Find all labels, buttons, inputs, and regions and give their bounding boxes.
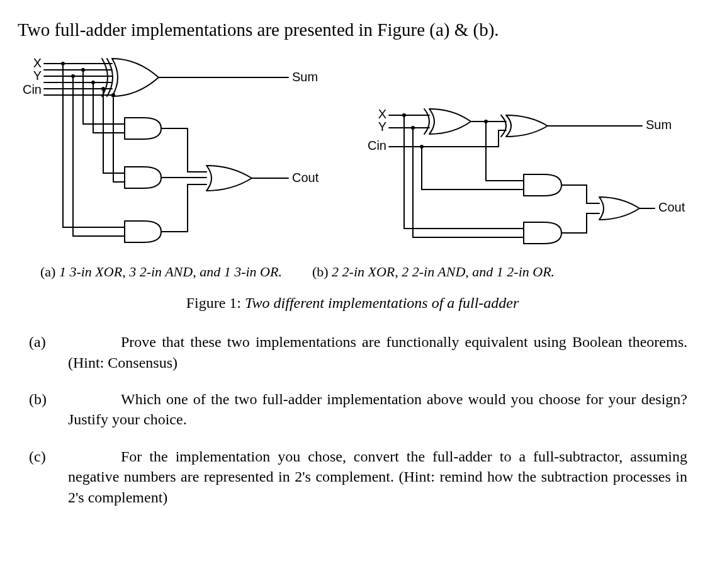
subfigure-b: X Y Cin Sum (360, 96, 687, 260)
label-cout: Cout (658, 200, 685, 214)
subcaption-a: (a) 1 3-in XOR, 3 2-in AND, and 1 3-in O… (40, 263, 282, 281)
question-a-text: Prove that these two implementations are… (68, 334, 687, 370)
xor-gate-icon (501, 115, 548, 137)
and-gate-icon (524, 222, 561, 244)
svg-point-14 (71, 74, 75, 78)
subcaption-a-text: 1 3-in XOR, 3 2-in AND, and 1 3-in OR. (59, 264, 282, 280)
label-cin: Cin (23, 82, 42, 96)
figure-number: Figure 1: (186, 295, 245, 311)
subcaption-b-text: 2 2-in XOR, 2 2-in AND, and 1 2-in OR. (332, 264, 555, 280)
question-b: (b) Which one of the two full-adder impl… (18, 389, 687, 430)
or-gate-icon (599, 197, 640, 220)
figure-caption: Figure 1: Two different implementations … (18, 293, 687, 313)
label-y: Y (378, 120, 386, 133)
label-sum: Sum (292, 70, 318, 84)
question-a-tag: (a) (29, 332, 59, 352)
svg-point-16 (91, 81, 95, 84)
svg-point-18 (111, 93, 115, 97)
and-gate-icon (125, 221, 161, 242)
circuit-b-svg: X Y Cin Sum (360, 96, 687, 260)
label-x: X (33, 56, 42, 70)
and-gate-icon (125, 167, 161, 188)
xor-gate-icon (424, 109, 471, 134)
problem-intro: Two full-adder implementations are prese… (18, 18, 687, 42)
subfigure-a: X Y Cin Sum (18, 52, 345, 260)
label-x: X (378, 107, 386, 121)
label-sum: Sum (646, 118, 672, 132)
and-gate-icon (125, 118, 161, 139)
svg-point-17 (101, 87, 105, 91)
figure-caption-text: Two different implementations of a full-… (245, 295, 519, 311)
question-b-text: Which one of the two full-adder implemen… (68, 391, 687, 427)
and-gate-icon (524, 174, 561, 196)
label-cin: Cin (368, 139, 386, 152)
question-b-tag: (b) (29, 389, 59, 409)
svg-point-15 (81, 68, 85, 72)
label-y: Y (33, 69, 42, 82)
question-a: (a) Prove that these two implementations… (18, 332, 687, 373)
label-cout: Cout (292, 171, 319, 184)
subcaption-b: (b) 2 2-in XOR, 2 2-in AND, and 1 2-in O… (312, 263, 555, 281)
subcaption-a-lead: (a) (40, 264, 59, 280)
or3-gate-icon (206, 166, 252, 191)
subcaption-row: (a) 1 3-in XOR, 3 2-in AND, and 1 3-in O… (18, 263, 687, 281)
subcaption-b-lead: (b) (312, 264, 332, 280)
question-c-text: For the implementation you chose, conver… (68, 448, 687, 506)
figure-row: X Y Cin Sum (18, 52, 687, 260)
svg-point-13 (61, 62, 65, 65)
circuit-a-svg: X Y Cin Sum (18, 52, 345, 260)
question-c-tag: (c) (29, 446, 59, 466)
xor3-gate-icon (102, 59, 159, 96)
question-c: (c) For the implementation you chose, co… (18, 446, 687, 507)
